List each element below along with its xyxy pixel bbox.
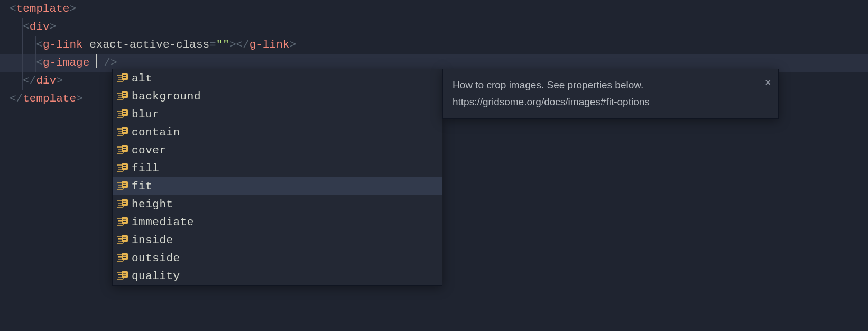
svg-rect-17 <box>123 113 126 114</box>
svg-rect-31 <box>118 167 122 168</box>
svg-rect-58 <box>123 237 126 238</box>
svg-rect-13 <box>118 113 122 114</box>
suggestion-item[interactable]: quality <box>113 267 442 285</box>
suggestion-item[interactable]: alt <box>113 69 442 87</box>
enum-member-icon <box>117 73 128 83</box>
suggestion-label: outside <box>132 252 180 264</box>
svg-rect-38 <box>118 187 122 188</box>
code-line[interactable]: <g-link exact-active-class=""></g-link> <box>0 36 868 54</box>
enum-member-icon <box>117 253 128 263</box>
svg-rect-32 <box>118 169 122 170</box>
svg-rect-19 <box>118 131 122 132</box>
svg-rect-39 <box>122 181 128 188</box>
suggestion-item[interactable]: blur <box>113 105 442 123</box>
doc-url: https://gridsome.org/docs/images#fit-opt… <box>453 94 769 111</box>
suggestion-label: immediate <box>132 216 194 228</box>
suggestion-label: fill <box>132 162 159 174</box>
svg-rect-55 <box>118 238 122 240</box>
svg-rect-70 <box>123 273 126 274</box>
suggestion-label: quality <box>132 270 180 282</box>
svg-rect-33 <box>122 163 128 170</box>
svg-rect-22 <box>123 129 126 130</box>
svg-rect-63 <box>122 253 128 260</box>
svg-rect-51 <box>122 217 128 224</box>
suggestion-label: alt <box>132 72 152 85</box>
doc-description: How to crop images. See properties below… <box>453 77 769 94</box>
svg-rect-3 <box>122 73 128 80</box>
svg-rect-44 <box>118 205 122 206</box>
svg-rect-52 <box>123 219 126 220</box>
svg-rect-71 <box>123 275 126 276</box>
svg-rect-69 <box>122 271 128 278</box>
svg-rect-59 <box>123 239 126 240</box>
svg-rect-23 <box>123 131 126 132</box>
svg-rect-57 <box>122 235 128 242</box>
suggestion-item[interactable]: inside <box>113 231 442 249</box>
svg-rect-43 <box>118 203 122 204</box>
enum-member-icon <box>117 91 128 101</box>
suggestion-item[interactable]: background <box>113 87 442 105</box>
suggestion-label: background <box>132 90 201 103</box>
svg-rect-56 <box>118 241 122 242</box>
suggestion-list[interactable]: altbackgroundblurcontaincoverfillfitheig… <box>112 69 442 286</box>
svg-rect-1 <box>118 77 122 78</box>
svg-rect-11 <box>123 95 126 96</box>
svg-rect-28 <box>123 147 126 148</box>
documentation-panel: × How to crop images. See properties bel… <box>442 69 779 119</box>
enum-member-icon <box>117 199 128 209</box>
autocomplete-popup: altbackgroundblurcontaincoverfillfitheig… <box>112 69 779 286</box>
svg-rect-16 <box>123 111 126 112</box>
svg-rect-62 <box>118 259 122 260</box>
svg-rect-14 <box>118 115 122 116</box>
svg-rect-35 <box>123 167 126 168</box>
enum-member-icon <box>117 235 128 245</box>
svg-rect-45 <box>122 199 128 206</box>
svg-rect-10 <box>123 93 126 94</box>
svg-rect-15 <box>122 109 128 116</box>
suggestion-label: contain <box>132 126 180 139</box>
svg-rect-46 <box>123 201 126 202</box>
close-icon[interactable]: × <box>765 75 771 91</box>
svg-rect-49 <box>118 220 122 222</box>
suggestion-label: blur <box>132 108 159 121</box>
svg-rect-53 <box>123 221 126 222</box>
text-cursor <box>96 54 97 68</box>
svg-rect-5 <box>123 77 126 78</box>
suggestion-label: cover <box>132 144 167 157</box>
suggestion-item[interactable]: cover <box>113 141 442 159</box>
svg-rect-67 <box>118 274 122 275</box>
svg-rect-37 <box>118 185 122 186</box>
suggestion-item[interactable]: fit <box>113 177 442 195</box>
enum-member-icon <box>117 109 128 119</box>
enum-member-icon <box>117 127 128 137</box>
suggestion-item[interactable]: height <box>113 195 442 213</box>
code-line[interactable]: <template> <box>0 0 868 18</box>
svg-rect-68 <box>118 277 122 278</box>
svg-rect-41 <box>123 185 126 186</box>
suggestion-item[interactable]: fill <box>113 159 442 177</box>
svg-rect-8 <box>118 97 122 98</box>
enum-member-icon <box>117 217 128 227</box>
suggestion-item[interactable]: immediate <box>113 213 442 231</box>
svg-rect-7 <box>118 95 122 96</box>
svg-rect-61 <box>118 256 122 258</box>
svg-rect-27 <box>122 145 128 152</box>
svg-rect-40 <box>123 183 126 184</box>
suggestion-item[interactable]: outside <box>113 249 442 267</box>
svg-rect-50 <box>118 223 122 224</box>
svg-rect-9 <box>122 91 128 98</box>
svg-rect-4 <box>123 75 126 76</box>
svg-rect-20 <box>118 133 122 134</box>
enum-member-icon <box>117 181 128 191</box>
svg-rect-26 <box>118 151 122 152</box>
suggestion-label: height <box>132 198 173 210</box>
svg-rect-65 <box>123 257 126 258</box>
enum-member-icon <box>117 163 128 173</box>
svg-rect-2 <box>118 79 122 80</box>
enum-member-icon <box>117 271 128 281</box>
code-line[interactable]: <div> <box>0 18 868 36</box>
svg-rect-34 <box>123 165 126 166</box>
suggestion-label: inside <box>132 234 173 246</box>
suggestion-item[interactable]: contain <box>113 123 442 141</box>
svg-rect-29 <box>123 149 126 150</box>
